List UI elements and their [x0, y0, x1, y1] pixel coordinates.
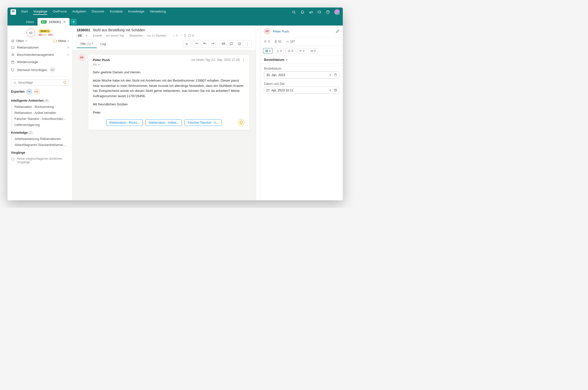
- nav-start[interactable]: Start: [21, 10, 28, 15]
- knowledge-item[interactable]: Ablaufdiagramm Standardreklamat...: [12, 142, 69, 148]
- chat-icon[interactable]: [317, 10, 321, 14]
- stat-pins: 3: [264, 40, 270, 43]
- subtab-log[interactable]: Log: [97, 40, 110, 48]
- nav-vorgänge[interactable]: Vorgänge: [33, 10, 47, 15]
- msg-p4: Peter: [93, 110, 245, 115]
- language-badge[interactable]: DE: [77, 34, 83, 38]
- tab-close-icon[interactable]: ✕: [63, 20, 66, 24]
- reply-all-button[interactable]: [201, 40, 209, 47]
- ia-item[interactable]: Reklamation - Rücksendung: [12, 104, 69, 110]
- f2-label: Datum und Zeit: [264, 82, 339, 86]
- tab-badge: EC: [41, 20, 47, 24]
- created-value: vor einem Tag: [106, 34, 124, 37]
- comment-button[interactable]: [227, 40, 235, 47]
- datetime-field[interactable]: 27. Apr. 2023 10:11 ✕: [264, 87, 339, 94]
- collapse-button[interactable]: [183, 40, 191, 47]
- forward-button[interactable]: [209, 40, 217, 47]
- more-button[interactable]: ⋮: [243, 40, 251, 47]
- tab-add-button[interactable]: +: [71, 19, 77, 25]
- main-area: Stufe 1 10Std : 19M Offen▾ Mittel▾: [8, 26, 343, 200]
- right-panel-toggle[interactable]: ›: [256, 26, 260, 200]
- center-panel: 1838001 Stuhl aus Bestellung mit Schäden…: [73, 26, 256, 200]
- svg-rect-14: [265, 51, 266, 52]
- app-window: StartVorgängeOwlForceAufgabenDiscoverKon…: [8, 8, 343, 200]
- svg-rect-15: [267, 51, 267, 52]
- user-avatar[interactable]: [334, 9, 340, 15]
- tab-case[interactable]: EC 1838001 ✕: [38, 18, 70, 26]
- forward-count: → 1: [172, 34, 178, 37]
- folder-icon: [11, 46, 15, 49]
- priority-selector[interactable]: Mittel▾: [53, 39, 69, 43]
- status-selector[interactable]: Offen▾: [11, 39, 27, 43]
- suggestion-search[interactable]: [11, 79, 69, 86]
- tab-inbox[interactable]: Inbox: [23, 18, 38, 26]
- message-card: Peter Push vor einem Tag (12. Sep. 2023 …: [88, 54, 250, 130]
- bell-icon[interactable]: [300, 10, 304, 14]
- knowledge-item[interactable]: Arbeitsanweisung Reklamationen: [12, 136, 69, 142]
- svg-rect-21: [334, 74, 337, 76]
- check-button[interactable]: [235, 40, 243, 47]
- suggestion-chip[interactable]: Falscher Standort - A...: [184, 119, 222, 126]
- calendar-icon: [11, 60, 15, 64]
- f1-label: Bestelldatum: [264, 67, 339, 70]
- ai-bulb-badge[interactable]: [237, 119, 245, 126]
- knowledge-count: (2): [29, 131, 32, 134]
- stat-time: 61: [274, 40, 281, 43]
- nav-discover[interactable]: Discover: [92, 10, 104, 15]
- calendar-icon[interactable]: [334, 73, 337, 76]
- rp-tab-2[interactable]: 0: [285, 48, 295, 54]
- help-icon[interactable]: [326, 10, 330, 14]
- rp-tab-1[interactable]: 0: [274, 48, 284, 54]
- rp-tab-3[interactable]: 0: [297, 48, 307, 54]
- suggestion-chip[interactable]: Reklamation - Artikel...: [145, 119, 182, 126]
- created-label: Erstellt :: [93, 34, 103, 37]
- nav-kontakte[interactable]: Kontakte: [110, 10, 123, 15]
- rp-tab-4[interactable]: 0: [308, 48, 318, 54]
- search-icon[interactable]: [292, 10, 296, 14]
- rp-section-dropdown[interactable]: Bestelldatum▾: [260, 56, 343, 64]
- svg-rect-8: [12, 61, 14, 63]
- subtab-all[interactable]: Alle (1) ▾: [77, 40, 97, 48]
- expert-ds[interactable]: DS: [34, 89, 40, 94]
- svg-rect-20: [311, 50, 313, 52]
- reply-button[interactable]: [193, 40, 201, 47]
- order-date-field[interactable]: 30. Jan. 2023 ✕: [264, 71, 339, 79]
- contact-avatar: PP: [264, 28, 270, 35]
- megaphone-icon[interactable]: [309, 10, 313, 14]
- svg-rect-13: [267, 50, 267, 51]
- calendar-clock-icon[interactable]: [334, 88, 337, 92]
- app-logo[interactable]: [11, 9, 16, 15]
- nav-knowledge[interactable]: Knowledge: [128, 10, 144, 15]
- clear-icon[interactable]: ✕: [329, 73, 332, 77]
- svg-point-2: [292, 11, 295, 13]
- ia-item[interactable]: Falscher Standort - Ankunftsschätz...: [12, 116, 69, 122]
- note-button[interactable]: [219, 40, 227, 47]
- msg-p1: Sehr geehrte Damen und Herren,: [93, 70, 245, 75]
- case-title: Stuhl aus Bestellung mit Schäden: [93, 28, 145, 32]
- svg-point-7: [13, 54, 14, 55]
- nav-verwaltung[interactable]: Verwaltung: [150, 10, 166, 15]
- suggestion-chip[interactable]: Reklamation - Rücks...: [106, 119, 143, 126]
- mail-status-icon: [27, 29, 35, 37]
- edit-icon[interactable]: [336, 30, 339, 33]
- more-menu[interactable]: •••: [50, 67, 55, 73]
- team-selector[interactable]: Beschwerdemanagement ▾: [11, 51, 69, 58]
- ia-count: (4): [45, 99, 48, 102]
- inbox-icon: [11, 157, 15, 161]
- contact-name[interactable]: Peter Push: [273, 30, 289, 33]
- msg-from: Peter Push: [93, 58, 110, 62]
- msg-p3: Mit freundlichen Grüßen: [93, 102, 245, 107]
- add-tag[interactable]: Stichwort hinzufügen: [17, 68, 47, 72]
- msg-menu[interactable]: ⋮: [242, 58, 245, 62]
- expert-tb[interactable]: TB: [27, 89, 32, 94]
- rp-tab-0[interactable]: 4: [263, 48, 273, 54]
- ia-item[interactable]: Lieferverzögerung: [12, 122, 69, 128]
- ia-item[interactable]: Reklamation - Artikel behalten: [12, 110, 69, 116]
- nav-owlforce[interactable]: OwlForce: [53, 10, 67, 15]
- nav-aufgaben[interactable]: Aufgaben: [72, 10, 86, 15]
- followup-row[interactable]: Wiedervorlage: [11, 58, 69, 66]
- lightbulb-icon[interactable]: [63, 81, 67, 84]
- clear-icon[interactable]: ✕: [329, 88, 332, 92]
- category-selector[interactable]: Reklamationen ▾: [11, 44, 69, 51]
- search-input[interactable]: [18, 81, 62, 84]
